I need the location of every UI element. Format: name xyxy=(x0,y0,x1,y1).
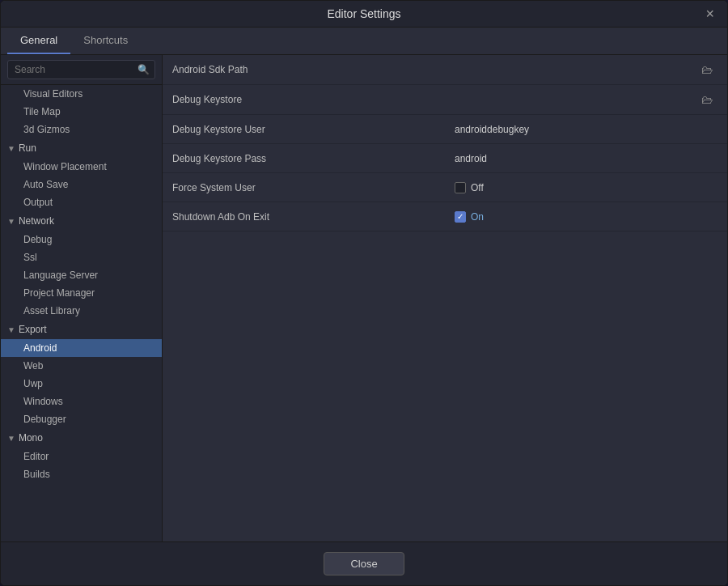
sdk-path-file-button[interactable]: 🗁 xyxy=(696,62,717,78)
sidebar-item-language-server[interactable]: Language Server xyxy=(1,266,162,284)
sidebar-item-asset-library[interactable]: Asset Library xyxy=(1,302,162,320)
title-bar: Editor Settings × xyxy=(1,1,727,28)
sidebar-item-ssl[interactable]: Ssl xyxy=(1,248,162,266)
sidebar-group-export-label: Export xyxy=(19,324,47,335)
setting-value-force-system-user: Off xyxy=(445,176,727,200)
chevron-run-icon: ▼ xyxy=(7,144,15,153)
keystore-user-text: androiddebugkey xyxy=(455,124,717,135)
setting-row-debug-keystore-user: Debug Keystore User androiddebugkey xyxy=(163,115,727,144)
setting-label-android-sdk-path: Android Sdk Path xyxy=(163,57,445,82)
sidebar-item-editor[interactable]: Editor xyxy=(1,448,162,465)
sidebar-item-output[interactable]: Output xyxy=(1,193,162,211)
sidebar-group-run-label: Run xyxy=(19,142,36,154)
sidebar-group-network[interactable]: ▼ Network xyxy=(1,211,162,231)
chevron-export-icon: ▼ xyxy=(7,325,15,334)
force-system-user-label: Off xyxy=(471,182,484,193)
sidebar-group-run[interactable]: ▼ Run xyxy=(1,138,162,158)
sidebar-item-project-manager[interactable]: Project Manager xyxy=(1,284,162,302)
sidebar-item-builds[interactable]: Builds xyxy=(1,465,162,483)
setting-value-shutdown-adb: ✓ On xyxy=(445,205,727,229)
setting-value-debug-keystore-pass: android xyxy=(445,146,727,171)
setting-row-debug-keystore-pass: Debug Keystore Pass android xyxy=(163,144,727,173)
window-close-button[interactable]: × xyxy=(700,5,719,23)
sidebar-item-3d-gizmos[interactable]: 3d Gizmos xyxy=(1,121,162,138)
sidebar-item-android[interactable]: Android xyxy=(1,339,162,357)
sidebar-item-debugger[interactable]: Debugger xyxy=(1,410,162,428)
sidebar-group-export[interactable]: ▼ Export xyxy=(1,320,162,339)
chevron-network-icon: ▼ xyxy=(7,217,15,226)
settings-table: Android Sdk Path 🗁 Debug Keystore 🗁 xyxy=(163,55,727,231)
search-icon: 🔍 xyxy=(138,64,150,75)
setting-row-debug-keystore: Debug Keystore 🗁 xyxy=(163,85,727,115)
tab-general[interactable]: General xyxy=(7,28,70,54)
setting-row-force-system-user: Force System User Off xyxy=(163,173,727,202)
editor-settings-dialog: Editor Settings × General Shortcuts 🔍 Vi… xyxy=(0,0,728,586)
sidebar-group-network-label: Network xyxy=(19,215,54,227)
setting-label-debug-keystore-user: Debug Keystore User xyxy=(163,117,445,142)
setting-value-debug-keystore-user: androiddebugkey xyxy=(445,117,727,142)
content-area: Android Sdk Path 🗁 Debug Keystore 🗁 xyxy=(163,55,727,541)
dialog-title: Editor Settings xyxy=(327,7,400,20)
sidebar-group-mono[interactable]: ▼ Mono xyxy=(1,428,162,448)
keystore-file-button[interactable]: 🗁 xyxy=(696,91,717,108)
sidebar-item-web[interactable]: Web xyxy=(1,357,162,375)
shutdown-adb-label: On xyxy=(471,211,484,223)
footer: Close xyxy=(1,541,727,585)
setting-label-debug-keystore: Debug Keystore xyxy=(163,87,445,112)
search-container: 🔍 xyxy=(1,55,162,85)
sidebar: 🔍 Visual Editors Tile Map 3d Gizmos ▼ Ru… xyxy=(1,55,163,541)
tabs-bar: General Shortcuts xyxy=(1,28,727,55)
setting-row-android-sdk-path: Android Sdk Path 🗁 xyxy=(163,55,727,85)
sidebar-item-window-placement[interactable]: Window Placement xyxy=(1,158,162,176)
sidebar-group-mono-label: Mono xyxy=(19,432,43,444)
setting-label-force-system-user: Force System User xyxy=(163,176,445,200)
sidebar-item-auto-save[interactable]: Auto Save xyxy=(1,176,162,193)
search-input[interactable] xyxy=(7,60,155,79)
setting-label-shutdown-adb: Shutdown Adb On Exit xyxy=(163,205,445,229)
setting-label-debug-keystore-pass: Debug Keystore Pass xyxy=(163,146,445,171)
force-system-user-checkbox[interactable] xyxy=(455,182,466,193)
close-dialog-button[interactable]: Close xyxy=(324,552,404,575)
keystore-pass-text: android xyxy=(455,153,717,164)
shutdown-adb-checkbox[interactable]: ✓ xyxy=(455,211,466,223)
sidebar-item-debug[interactable]: Debug xyxy=(1,231,162,248)
sidebar-item-visual-editors[interactable]: Visual Editors xyxy=(1,85,162,103)
sidebar-item-uwp[interactable]: Uwp xyxy=(1,375,162,393)
setting-value-android-sdk-path: 🗁 xyxy=(445,55,727,84)
setting-value-debug-keystore: 🗁 xyxy=(445,85,727,114)
body: 🔍 Visual Editors Tile Map 3d Gizmos ▼ Ru… xyxy=(1,55,727,541)
chevron-mono-icon: ▼ xyxy=(7,434,15,443)
sidebar-item-tile-map[interactable]: Tile Map xyxy=(1,103,162,121)
setting-row-shutdown-adb: Shutdown Adb On Exit ✓ On xyxy=(163,202,727,231)
sidebar-item-windows[interactable]: Windows xyxy=(1,393,162,410)
tab-shortcuts[interactable]: Shortcuts xyxy=(70,28,141,54)
